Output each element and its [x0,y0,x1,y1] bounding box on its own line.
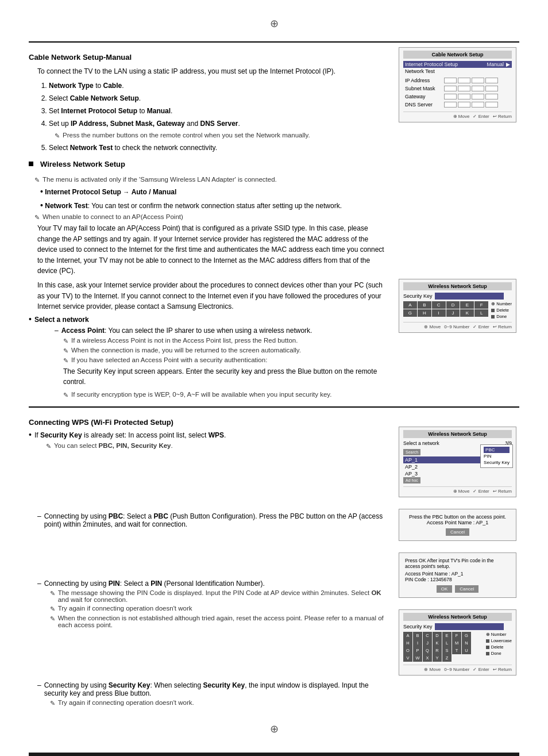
key2-O[interactable]: O [403,647,412,654]
key-D[interactable]: D [446,301,460,309]
label-lowercase: Lowercase [486,638,512,643]
note-icon-pin2: ✎ [50,605,55,613]
pbc-cancel-button[interactable]: Cancel [446,528,469,536]
key2-A[interactable]: A [403,632,412,639]
key-B[interactable]: B [418,301,431,309]
security-key-input-1[interactable] [435,293,504,300]
key2-V[interactable]: V [403,654,412,662]
network-item-ap3[interactable]: AP_3 [403,470,512,477]
ip-box-2 [458,78,470,83]
key2-K[interactable]: K [433,639,442,647]
ws-select-enter: ✓ Enter [473,489,489,494]
popup-pin[interactable]: PIN [484,453,510,459]
key-K[interactable]: K [460,309,474,317]
note-icon-6: ✎ [63,392,68,399]
popup-pbc[interactable]: PBC [484,447,510,453]
wps-sidebar-column: Wireless Network Setup Select a network … [399,412,519,711]
pbc-dash-text: Connecting by using PBC: Select a PBC (P… [44,512,387,528]
key2-R[interactable]: R [433,647,442,654]
key2-F[interactable]: F [452,632,461,639]
key-L[interactable]: L [474,309,488,317]
ws1-footer-enter: ✓ Enter [473,324,489,329]
pin-ok-button[interactable]: OK [437,585,453,593]
done-label-1: Done [496,314,507,319]
key2-J[interactable]: J [423,639,432,647]
adhoc-button[interactable]: Ad hoc [403,477,420,483]
ip-address-boxes [444,78,498,83]
key2-E[interactable]: E [442,632,451,639]
key2-M[interactable]: M [452,639,461,647]
lowercase-bullet [486,639,489,643]
key-J[interactable]: J [446,309,460,317]
pin-dash-text: Connecting by using PIN: Select a PIN (P… [44,580,265,588]
ip-box-4 [485,78,498,83]
wps-heading: Connecting WPS (Wi-Fi Protected Setup) [29,418,387,427]
dns-box-1 [444,102,457,108]
pin-screen-text3: PIN Code : 12345678 [405,577,510,582]
note-icon-pin1: ✎ [50,590,55,597]
wireless-screen1-title: Wireless Network Setup [403,282,512,290]
key2-N[interactable]: N [462,639,471,647]
key2-Q[interactable]: Q [423,647,432,654]
key2-D[interactable]: D [433,632,442,639]
key2-X[interactable]: X [423,654,432,662]
ap-text-1: Your TV may fail to locate an AP(Access … [37,223,387,277]
note-icon-1: ✎ [34,176,40,184]
security-dash-char: – [37,681,41,709]
cable-screen-footer: ⊕ Move ✓ Enter ↩ Return [403,112,512,119]
key2-B[interactable]: B [413,632,422,639]
top-compass-icon: ⊕ [29,17,519,30]
dns-box-4 [485,102,498,108]
security-note: ✎ If you have selected an Access Point w… [63,356,387,364]
key2-T[interactable]: T [452,647,461,654]
pin-cancel-button[interactable]: Cancel [455,585,478,593]
key-F[interactable]: F [474,301,488,309]
cable-step-3: Set Internet Protocol Setup to Manual. [49,106,387,116]
key2-P[interactable]: P [413,647,422,654]
subnet-box-3 [472,86,484,91]
key2-C[interactable]: C [423,632,432,639]
key2-S[interactable]: S [442,647,451,654]
key-G[interactable]: G [403,309,417,317]
wireless-screen2-title: Wireless Network Setup [403,613,512,621]
key-E[interactable]: E [460,301,474,309]
key2-Z[interactable]: Z [442,654,451,662]
pin-note-1: ✎ The message showing the PIN Code is di… [50,589,387,603]
wep-note: ✎ If security encryption type is WEP, 0~… [63,391,387,399]
ap-text-2: In this case, ask your Internet service … [37,280,387,312]
key2-G[interactable]: G [462,632,471,639]
key-A[interactable]: A [403,301,417,309]
popup-security-key[interactable]: Security Key [484,459,510,466]
key2-L[interactable]: L [442,639,451,647]
key2-W[interactable]: W [413,654,422,662]
pin-screen-text2: Access Point Name : AP_1 [405,571,510,577]
label-number-text: ⊕ Number [491,301,512,306]
gateway-boxes [444,94,498,99]
pin-buttons-row: OK Cancel [405,585,510,593]
security-key-label-1: Security Key [403,293,433,299]
cable-step-5: Select Network Test to check the network… [49,143,387,153]
key-I[interactable]: I [432,309,446,317]
search-button[interactable]: Search [403,449,420,455]
ip-setup-label: Internet Protocol Setup [45,188,121,196]
key2-U[interactable]: U [462,647,471,654]
key-C[interactable]: C [432,301,446,309]
keyboard-row-1: A B C D E F G [403,632,483,639]
pin-dash-content: Connecting by using PIN: Select a PIN (P… [44,580,387,630]
key-H[interactable]: H [418,309,431,317]
cable-content-area: Cable Network Setup-Manual To connect th… [29,47,519,401]
arrow-symbol: → [123,189,129,195]
ip-box-1 [444,78,457,83]
wps-text-column: Connecting WPS (Wi-Fi Protected Setup) •… [29,412,387,711]
wireless-keyboard-area-2: A B C D E F G H I J [403,632,512,662]
access-point-dash: – Access Point: You can select the IP sh… [55,327,387,335]
key2-I[interactable]: I [413,639,422,647]
label-number-text-2: ⊕ Number [486,632,507,637]
key2-H[interactable]: H [403,639,412,647]
security-key-label-2: Security Key [403,624,433,630]
key2-Y[interactable]: Y [433,654,442,662]
ws1-footer-return: ↩ Return [493,324,512,329]
pbc-dash-char: – [37,512,41,528]
pin-dash-char: – [37,580,41,630]
security-key-input-2[interactable] [435,623,504,630]
